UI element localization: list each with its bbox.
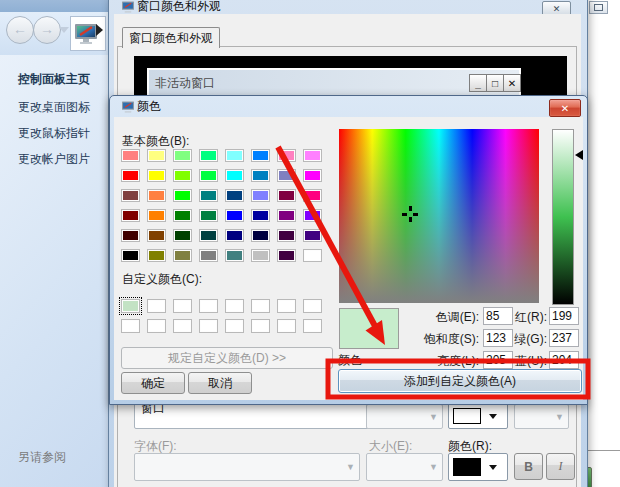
custom-color-swatch[interactable]	[303, 319, 322, 333]
red-label: 红(R):	[511, 309, 547, 326]
restore-window-button[interactable]	[589, 1, 608, 14]
basic-color-swatch[interactable]	[173, 169, 192, 182]
basic-color-swatch[interactable]	[303, 229, 322, 242]
basic-color-swatch[interactable]	[225, 169, 244, 182]
chevron-down-icon[interactable]	[59, 27, 69, 33]
basic-color-swatch[interactable]	[173, 209, 192, 222]
sidebar-item-home[interactable]: 控制面板主页	[18, 71, 90, 88]
hue-input[interactable]	[483, 307, 513, 325]
basic-color-swatch[interactable]	[251, 169, 270, 182]
bold-button[interactable]: B	[514, 453, 543, 480]
maximize-icon: □	[486, 74, 504, 92]
italic-button[interactable]: I	[546, 453, 575, 480]
basic-color-swatch[interactable]	[225, 229, 244, 242]
custom-color-swatch[interactable]	[277, 319, 296, 333]
sidebar-item-account-picture[interactable]: 更改帐户图片	[18, 151, 90, 168]
cancel-button[interactable]: 取消	[188, 372, 252, 394]
color-crosshair-icon[interactable]	[402, 206, 418, 222]
custom-colors-grid	[121, 299, 322, 333]
custom-color-swatch[interactable]	[147, 319, 166, 333]
chevron-down-icon	[489, 465, 497, 470]
font-color-select[interactable]	[448, 453, 508, 481]
chevron-down-icon	[489, 414, 497, 419]
basic-color-swatch[interactable]	[173, 249, 192, 262]
close-icon[interactable]: ✕	[549, 99, 581, 117]
hue-saturation-field[interactable]	[339, 129, 539, 303]
basic-color-swatch[interactable]	[277, 189, 296, 202]
item-color1-select[interactable]	[448, 403, 508, 429]
basic-color-swatch[interactable]	[277, 229, 296, 242]
luminance-bar[interactable]	[552, 129, 574, 305]
custom-color-swatch[interactable]	[251, 299, 270, 313]
forward-button[interactable]: →	[33, 16, 61, 44]
basic-color-swatch[interactable]	[173, 229, 192, 242]
custom-color-swatch[interactable]	[225, 319, 244, 333]
basic-color-swatch[interactable]	[121, 189, 140, 202]
basic-color-swatch[interactable]	[303, 209, 322, 222]
basic-color-swatch[interactable]	[199, 189, 218, 202]
custom-color-swatch[interactable]	[199, 319, 218, 333]
basic-color-swatch[interactable]	[303, 249, 322, 262]
item-size-select: ▼	[366, 404, 443, 429]
inactive-window-titlebar: 非活动窗口 _ □ ✕	[149, 70, 519, 96]
custom-color-swatch[interactable]	[173, 299, 192, 313]
luminance-slider-icon[interactable]	[575, 150, 583, 160]
basic-color-swatch[interactable]	[147, 169, 166, 182]
basic-color-swatch[interactable]	[277, 169, 296, 182]
basic-color-swatch[interactable]	[121, 249, 140, 262]
basic-color-swatch[interactable]	[251, 149, 270, 162]
basic-color-swatch[interactable]	[121, 149, 140, 162]
basic-color-swatch[interactable]	[199, 209, 218, 222]
sidebar-item-desktop-icons[interactable]: 更改桌面图标	[18, 99, 90, 116]
basic-color-swatch[interactable]	[173, 149, 192, 162]
basic-color-swatch[interactable]	[199, 229, 218, 242]
custom-color-swatch[interactable]	[121, 299, 140, 313]
custom-color-swatch[interactable]	[173, 319, 192, 333]
basic-color-swatch[interactable]	[303, 189, 322, 202]
basic-color-swatch[interactable]	[147, 149, 166, 162]
basic-color-swatch[interactable]	[225, 149, 244, 162]
custom-color-swatch[interactable]	[121, 319, 140, 333]
back-button[interactable]: ←	[6, 16, 34, 44]
basic-color-swatch[interactable]	[147, 249, 166, 262]
basic-color-swatch[interactable]	[147, 229, 166, 242]
sidebar-item-mouse-pointers[interactable]: 更改鼠标指针	[18, 125, 90, 142]
basic-color-swatch[interactable]	[199, 249, 218, 262]
saturation-input[interactable]	[483, 329, 513, 347]
basic-color-swatch[interactable]	[121, 229, 140, 242]
basic-color-swatch[interactable]	[147, 189, 166, 202]
custom-color-swatch[interactable]	[251, 319, 270, 333]
custom-color-swatch[interactable]	[199, 299, 218, 313]
basic-color-swatch[interactable]	[225, 249, 244, 262]
custom-color-swatch[interactable]	[303, 299, 322, 313]
luminance-input[interactable]	[483, 351, 513, 369]
basic-color-swatch[interactable]	[251, 229, 270, 242]
basic-color-swatch[interactable]	[121, 209, 140, 222]
custom-color-swatch[interactable]	[225, 299, 244, 313]
basic-color-swatch[interactable]	[251, 209, 270, 222]
basic-color-swatch[interactable]	[303, 149, 322, 162]
tab-window-color[interactable]: 窗口颜色和外观	[122, 27, 220, 48]
ok-button[interactable]: 确定	[121, 372, 185, 394]
basic-color-swatch[interactable]	[199, 149, 218, 162]
basic-color-swatch[interactable]	[277, 249, 296, 262]
basic-color-swatch[interactable]	[277, 209, 296, 222]
basic-color-swatch[interactable]	[251, 249, 270, 262]
basic-color-swatch[interactable]	[121, 169, 140, 182]
basic-color-swatch[interactable]	[225, 209, 244, 222]
basic-color-swatch[interactable]	[173, 189, 192, 202]
add-to-custom-colors-button[interactable]: 添加到自定义颜色(A)	[338, 369, 582, 393]
custom-color-swatch[interactable]	[147, 299, 166, 313]
custom-color-swatch[interactable]	[277, 299, 296, 313]
basic-color-swatch[interactable]	[225, 189, 244, 202]
close-glyph: ✕	[561, 103, 569, 114]
blue-input[interactable]	[549, 351, 579, 369]
basic-color-swatch[interactable]	[147, 209, 166, 222]
basic-color-swatch[interactable]	[251, 189, 270, 202]
red-input[interactable]	[549, 307, 579, 325]
basic-color-swatch[interactable]	[303, 169, 322, 182]
green-input[interactable]	[549, 329, 579, 347]
basic-color-swatch[interactable]	[277, 149, 296, 162]
address-next-icon[interactable]	[96, 24, 103, 36]
basic-color-swatch[interactable]	[199, 169, 218, 182]
